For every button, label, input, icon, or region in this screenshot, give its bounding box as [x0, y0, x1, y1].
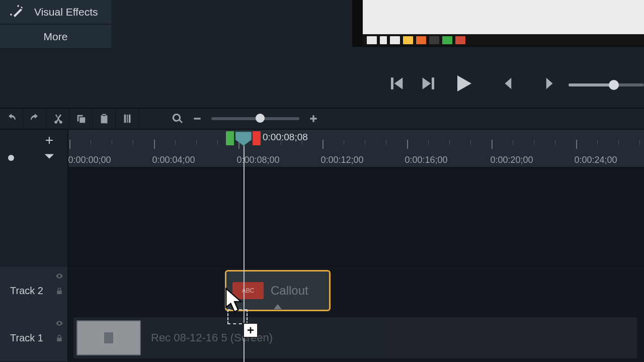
- clip-callout[interactable]: ABC Callout: [225, 270, 331, 311]
- clip-media[interactable]: Rec 08-12-16 5 (Screen): [73, 317, 637, 358]
- track-name: Track 2: [10, 285, 43, 297]
- marker-dot-icon: [8, 155, 14, 161]
- track-row-2[interactable]: Track 2 ABC Callout: [0, 267, 644, 314]
- timeline-toolbar: [0, 108, 644, 130]
- slider-handle[interactable]: [609, 80, 619, 90]
- playhead-grip[interactable]: [235, 131, 252, 144]
- ruler-label: 0:00:04;00: [152, 155, 195, 165]
- ruler-label: 0:00:16;00: [405, 155, 447, 165]
- track-area: Track 2 ABC Callout Track 1: [0, 168, 644, 362]
- add-track-button[interactable]: +: [40, 134, 58, 147]
- sidebar-item-label: More: [44, 31, 68, 43]
- preview-taskbar: [363, 34, 644, 46]
- zoom-out-button[interactable]: [189, 108, 205, 130]
- visibility-icon[interactable]: [55, 319, 63, 327]
- taskbar-item: [367, 36, 377, 44]
- clip-thumbnail: [76, 320, 141, 355]
- preview-canvas[interactable]: [363, 0, 644, 34]
- chevron-up-icon: [274, 304, 282, 309]
- slider-handle[interactable]: [256, 114, 265, 123]
- zoom-slider[interactable]: [211, 116, 299, 121]
- taskbar-item: [442, 36, 452, 44]
- sidebar-item-more[interactable]: More: [0, 25, 111, 49]
- in-point-handle[interactable]: [226, 131, 234, 145]
- lock-icon[interactable]: [55, 287, 63, 295]
- taskbar-item: [455, 36, 465, 44]
- step-back-button[interactable]: [495, 69, 524, 98]
- ruler-label: 0:00:24;00: [574, 155, 617, 165]
- empty-track-space[interactable]: [0, 168, 644, 267]
- timeline-ruler[interactable]: + /* decorative ticks built below via fi…: [0, 130, 644, 168]
- playhead-timecode: 0:00:08;08: [263, 132, 308, 143]
- preview-panel: [352, 0, 644, 47]
- taskbar-item: [390, 36, 400, 44]
- ruler-label: 0:00:12;00: [320, 155, 363, 165]
- taskbar-item: [429, 36, 439, 44]
- zoom-search-button[interactable]: [166, 108, 189, 130]
- next-frame-button[interactable]: [415, 69, 444, 98]
- visibility-icon[interactable]: [55, 272, 63, 280]
- zoom-in-button[interactable]: [305, 108, 321, 130]
- taskbar-item: [416, 36, 426, 44]
- slider-fill: [569, 83, 614, 86]
- svg-rect-0: [194, 118, 200, 119]
- copy-button[interactable]: [69, 108, 93, 130]
- split-button[interactable]: [116, 108, 139, 130]
- track-label[interactable]: Track 1: [0, 314, 68, 361]
- drop-target-outline: [227, 309, 248, 324]
- track-label[interactable]: Track 2: [0, 267, 68, 314]
- callout-chip: ABC: [232, 282, 264, 299]
- ruler-left-gutter: +: [0, 130, 68, 168]
- lock-icon[interactable]: [55, 334, 63, 342]
- redo-button[interactable]: [23, 108, 46, 130]
- wand-icon: [0, 4, 34, 21]
- plus-icon: +: [243, 323, 258, 338]
- out-point-handle[interactable]: [253, 131, 261, 145]
- cut-button[interactable]: [46, 108, 69, 130]
- play-button[interactable]: [448, 69, 477, 98]
- collapse-tracks-button[interactable]: [40, 150, 58, 163]
- step-forward-button[interactable]: [534, 69, 563, 98]
- track-row-1[interactable]: Track 1 Rec 08-12-16 5 (Screen): [0, 314, 644, 361]
- clip-label: Callout: [271, 284, 308, 298]
- sidebar-item-label: Visual Effects: [34, 6, 98, 18]
- prev-frame-button[interactable]: [381, 69, 411, 98]
- ruler-label: 0:00:20;00: [490, 155, 533, 165]
- sidebar-item-visual-effects[interactable]: Visual Effects: [0, 0, 111, 25]
- ruler-label: 0:00:00;00: [68, 155, 111, 165]
- taskbar-item: [380, 36, 387, 44]
- volume-slider[interactable]: [569, 81, 644, 87]
- undo-button[interactable]: [0, 108, 23, 130]
- playback-controls: [352, 59, 644, 107]
- taskbar-item: [403, 36, 413, 44]
- paste-button[interactable]: [93, 108, 116, 130]
- track-name: Track 1: [10, 332, 43, 344]
